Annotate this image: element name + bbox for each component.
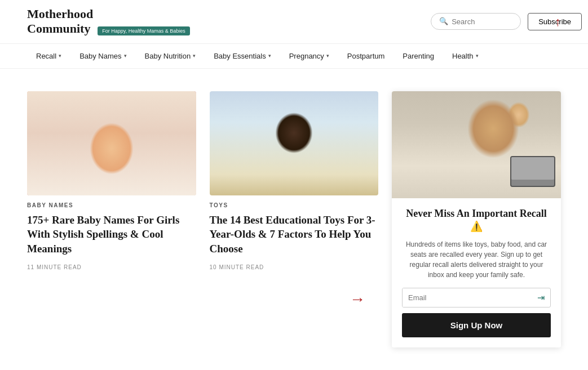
email-submit-icon[interactable]: ⇥ — [532, 292, 550, 303]
email-row: ⇥ — [402, 288, 551, 307]
nav-item-recall[interactable]: Recall▾ — [27, 44, 70, 68]
nav-item-baby-names[interactable]: Baby Names▾ — [70, 44, 135, 68]
nav-item-parenting[interactable]: Parenting — [394, 44, 443, 68]
article-card-1[interactable]: BABY NAMES 175+ Rare Baby Names For Girl… — [27, 91, 196, 347]
article-title-2: The 14 Best Educational Toys For 3-Year-… — [210, 213, 379, 256]
article-read-time-2: 10 MINUTE READ — [210, 264, 379, 270]
logo-text: Motherhood Community — [27, 7, 93, 37]
nav-item-baby-essentials[interactable]: Baby Essentials▾ — [205, 44, 280, 68]
main-nav: Recall▾ Baby Names▾ Baby Nutrition▾ Baby… — [0, 44, 588, 69]
header-right: 🔍 Subscribe ↑ — [431, 13, 561, 30]
logo-tagline: For Happy, Healthy Mamas & Babies — [98, 26, 189, 35]
right-arrow-icon: → — [350, 290, 365, 308]
article-category-2: TOYS — [210, 202, 379, 208]
search-input[interactable] — [452, 17, 512, 26]
nav-item-health[interactable]: Health▾ — [443, 44, 488, 68]
article-read-time-1: 11 MINUTE READ — [27, 264, 196, 270]
recall-body: Never Miss An Important Recall ⚠️ Hundre… — [392, 198, 561, 347]
recall-popup: Never Miss An Important Recall ⚠️ Hundre… — [392, 91, 561, 347]
email-input[interactable] — [403, 288, 532, 307]
search-icon: 🔍 — [439, 17, 448, 26]
header: Motherhood Community For Happy, Healthy … — [0, 0, 588, 44]
nav-item-baby-nutrition[interactable]: Baby Nutrition▾ — [136, 44, 205, 68]
laptop-decoration — [510, 156, 555, 187]
signup-button[interactable]: Sign Up Now — [402, 313, 551, 337]
article-title-1: 175+ Rare Baby Names For Girls With Styl… — [27, 213, 196, 256]
nav-item-postpartum[interactable]: Postpartum — [338, 44, 394, 68]
article-category-1: BABY NAMES — [27, 202, 196, 208]
logo: Motherhood Community For Happy, Healthy … — [27, 7, 190, 37]
recall-description: Hundreds of items like toys, baby food, … — [402, 239, 551, 280]
arrow-decoration: → — [350, 290, 365, 308]
main-content: BABY NAMES 175+ Rare Baby Names For Girl… — [0, 69, 588, 359]
search-box[interactable]: 🔍 — [431, 13, 521, 30]
article-card-2[interactable]: TOYS The 14 Best Educational Toys For 3-… — [210, 91, 379, 347]
article-image-2 — [210, 91, 379, 195]
recall-title: Never Miss An Important Recall ⚠️ — [402, 207, 551, 234]
subscribe-arrow-up: ↑ — [555, 16, 561, 27]
article-image-1 — [27, 91, 196, 195]
nav-item-pregnancy[interactable]: Pregnancy▾ — [280, 44, 338, 68]
recall-image — [392, 91, 561, 198]
